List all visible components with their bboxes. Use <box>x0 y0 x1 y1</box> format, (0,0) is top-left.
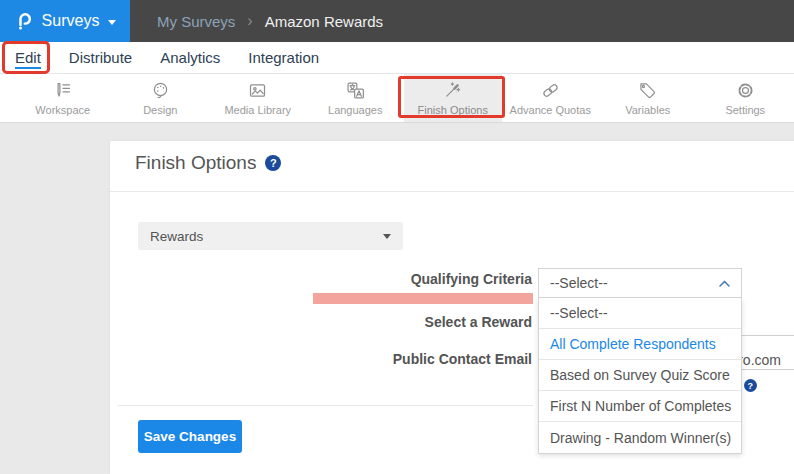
tool-variables[interactable]: Variables <box>599 74 697 122</box>
tool-workspace[interactable]: Workspace <box>14 74 112 122</box>
tool-advance-quotas[interactable]: Advance Quotas <box>502 74 600 122</box>
chevron-down-icon <box>108 20 116 25</box>
tool-settings-label: Settings <box>725 104 765 116</box>
page-title-row: Finish Options ? <box>135 152 281 174</box>
edit-toolbar: Workspace Design Media Library Languages <box>0 74 794 123</box>
media-library-image-icon <box>247 80 268 101</box>
option-first-n-number-of-completes[interactable]: First N Number of Completes <box>539 391 741 422</box>
qualifying-criteria-highlight <box>313 293 533 304</box>
nav-tab-distribute[interactable]: Distribute <box>69 49 132 66</box>
nav-tab-integration[interactable]: Integration <box>248 49 319 66</box>
option-all-complete-respondents[interactable]: All Complete Respondents <box>539 329 741 360</box>
tool-workspace-label: Workspace <box>35 104 90 116</box>
surveys-product-switcher[interactable]: Surveys <box>0 0 130 42</box>
tool-media-library[interactable]: Media Library <box>209 74 307 122</box>
nav-tab-analytics[interactable]: Analytics <box>160 49 220 66</box>
public-contact-email-label: Public Contact Email <box>110 351 532 367</box>
breadcrumb-current-survey: Amazon Rewards <box>265 13 383 30</box>
tool-media-library-label: Media Library <box>224 104 291 116</box>
finish-options-wand-icon <box>442 80 463 101</box>
tool-languages[interactable]: Languages <box>307 74 405 122</box>
qualifying-criteria-option-list: --Select-- All Complete Respondents Base… <box>538 298 742 454</box>
breadcrumb: My Surveys › Amazon Rewards <box>130 0 383 42</box>
qualifying-criteria-select[interactable]: --Select-- <box>538 268 742 298</box>
qualifying-criteria-select-value: --Select-- <box>550 275 608 291</box>
finish-option-type-select[interactable]: Rewards <box>138 222 403 250</box>
product-label: Surveys <box>42 12 100 30</box>
breadcrumb-separator: › <box>247 12 252 30</box>
settings-gear-icon <box>735 80 756 101</box>
nav-tab-edit[interactable]: Edit <box>15 49 41 66</box>
tool-design-label: Design <box>143 104 177 116</box>
tool-variables-label: Variables <box>625 104 670 116</box>
qualifying-criteria-label: Qualifying Criteria <box>110 271 532 287</box>
page-title: Finish Options <box>135 152 256 174</box>
advance-quotas-chain-icon <box>540 80 561 101</box>
finish-options-panel: Finish Options ? Rewards Qualifying Crit… <box>110 141 794 474</box>
form-divider <box>118 405 533 406</box>
languages-translate-icon <box>345 80 366 101</box>
questionpro-logo-icon <box>14 8 33 35</box>
tool-design[interactable]: Design <box>112 74 210 122</box>
breadcrumb-my-surveys[interactable]: My Surveys <box>157 13 235 30</box>
select-a-reward-label: Select a Reward <box>110 314 532 330</box>
variables-tag-icon <box>637 80 658 101</box>
help-icon[interactable]: ? <box>265 155 281 171</box>
finish-option-type-value: Rewards <box>150 229 203 244</box>
workspace-pencil-icon <box>52 80 73 101</box>
save-changes-button[interactable]: Save Changes <box>138 420 242 453</box>
nav-edit-label: Edit <box>15 49 41 69</box>
tool-settings[interactable]: Settings <box>697 74 794 122</box>
tool-advance-quotas-label: Advance Quotas <box>510 104 591 116</box>
chevron-down-icon <box>383 234 391 239</box>
reward-select-bottom-border <box>742 335 794 336</box>
tool-finish-options[interactable]: Finish Options <box>404 74 502 122</box>
top-bar: Surveys My Surveys › Amazon Rewards <box>0 0 794 42</box>
section-nav: Edit Distribute Analytics Integration <box>0 42 794 74</box>
design-palette-icon <box>150 80 171 101</box>
tool-finish-options-label: Finish Options <box>418 104 488 116</box>
help-icon[interactable]: ? <box>744 379 757 392</box>
option-select[interactable]: --Select-- <box>539 298 741 329</box>
option-based-on-survey-quiz-score[interactable]: Based on Survey Quiz Score <box>539 360 741 391</box>
tool-languages-label: Languages <box>328 104 382 116</box>
email-input-underline <box>742 369 794 370</box>
title-divider <box>110 191 794 192</box>
option-drawing-random-winners[interactable]: Drawing - Random Winner(s) <box>539 422 741 453</box>
chevron-up-icon <box>719 280 730 287</box>
